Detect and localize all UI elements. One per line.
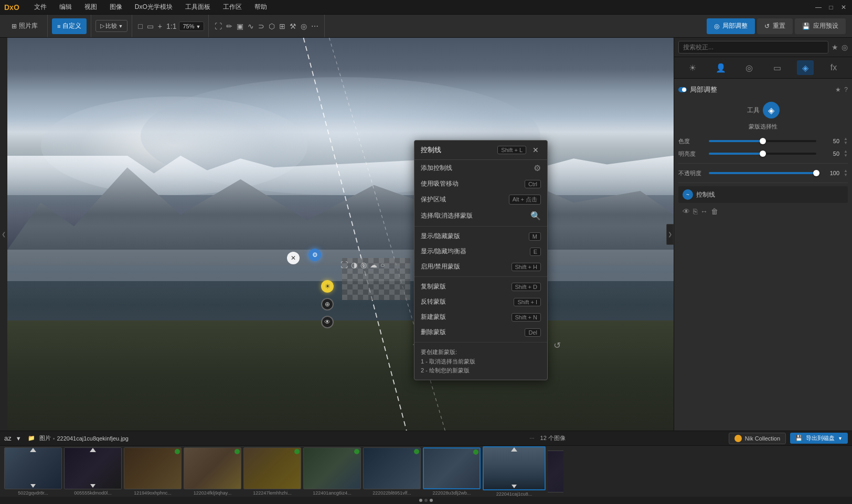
cm-protect-area[interactable]: 保护区域 Alt + 点击: [414, 191, 547, 208]
thumbnail-item-6[interactable]: 122401ancg6iz4...: [303, 447, 361, 496]
filter-circle-btn[interactable]: ◎: [741, 60, 758, 75]
grid-tool-icon[interactable]: ⊞: [278, 20, 287, 32]
photo-library-button[interactable]: ⊞ 照片库: [6, 18, 43, 34]
tool-circle-icon[interactable]: ◈: [763, 102, 780, 119]
section-help-icon[interactable]: ?: [844, 86, 848, 93]
thumbnail-item-10[interactable]: [548, 451, 563, 492]
repair-icon[interactable]: ⚒: [288, 20, 298, 32]
thumbnail-item-8[interactable]: 222028u3dlj2wb...: [423, 447, 481, 496]
crop-tool-icon[interactable]: □: [136, 20, 144, 32]
menu-help[interactable]: 帮助: [252, 2, 269, 13]
menu-optics[interactable]: DxO光学模块: [133, 2, 175, 13]
menu-edit[interactable]: 编辑: [57, 2, 74, 13]
left-panel-toggle[interactable]: ❮: [0, 38, 7, 431]
path-icon[interactable]: ∿: [246, 20, 255, 32]
filter-rect-btn[interactable]: ▭: [769, 60, 785, 75]
filter-active-btn[interactable]: ◈: [797, 60, 814, 75]
menu-file[interactable]: 文件: [32, 2, 49, 13]
opacity-thumb[interactable]: [813, 170, 819, 176]
zoom-percent-display[interactable]: 75% ▼: [179, 22, 204, 31]
footer-item-1: 1 - 取消选择当前蒙版: [421, 357, 541, 367]
close-button[interactable]: ✕: [839, 3, 848, 12]
reset-button[interactable]: ↺ 重置: [757, 18, 793, 34]
cl-eye-icon[interactable]: 👁: [683, 207, 690, 216]
mid-arrow-button[interactable]: ❯: [666, 224, 674, 245]
canvas-area[interactable]: ↺ ⛶ ◑ ◎ ☁ ○ ✕ ⚙ ☀ ⊕ 👁 控制线 Shift + L: [7, 38, 674, 431]
cl-copy-icon[interactable]: ⎘: [693, 207, 697, 216]
grid-icon: ⊞: [12, 23, 17, 30]
section-toggle[interactable]: [678, 87, 687, 92]
compare-button[interactable]: ▷ 比较 ▼: [95, 20, 127, 32]
cl-refresh-icon[interactable]: ↔: [700, 207, 708, 216]
thumbnail-item-1[interactable]: 5022gqvdr8r...: [4, 447, 62, 496]
more-tools-icon[interactable]: ⋯: [310, 20, 320, 32]
brightness-thumb[interactable]: [760, 151, 766, 157]
stamp-icon[interactable]: ▣: [235, 20, 245, 32]
cm-show-hide-equalizer[interactable]: 显示/隐藏均衡器 E: [414, 244, 547, 259]
customize-button[interactable]: ≡ 自定义: [52, 18, 87, 34]
control-point-plus[interactable]: ⊕: [321, 298, 334, 310]
sliders-icon: ≡: [57, 23, 60, 29]
filter-fx-btn[interactable]: fx: [825, 60, 842, 75]
menu-view[interactable]: 视图: [82, 2, 99, 13]
menu-workspace[interactable]: 工作区: [221, 2, 244, 13]
nik-collection-button[interactable]: Nik Collection: [729, 433, 786, 444]
brightness-arrows[interactable]: ▲▼: [844, 149, 848, 158]
apply-preset-button[interactable]: 💾 应用预设: [795, 18, 846, 34]
minimize-button[interactable]: —: [814, 3, 823, 12]
cm-invert-mask[interactable]: 反转蒙版 Shift + I: [414, 294, 547, 309]
polygon-icon[interactable]: ⬡: [267, 20, 276, 32]
thumbnail-item-2[interactable]: 005555kdmod0l...: [64, 447, 122, 496]
plus-tool-icon[interactable]: +: [156, 20, 164, 32]
cm-enable-disable-mask[interactable]: 启用/禁用蒙版 Shift + H: [414, 259, 547, 274]
filter-arrow-icon[interactable]: ▼: [16, 435, 22, 442]
section-star-icon[interactable]: ★: [835, 86, 841, 93]
thumb6-badge: [354, 449, 359, 454]
star-icon[interactable]: ★: [832, 43, 838, 51]
thumbnail-item-9[interactable]: 222041caj1cu8...: [483, 446, 546, 497]
eye-tool-icon[interactable]: ◎: [299, 20, 308, 32]
cm-select-mask[interactable]: 选择/取消选择蒙版 🔍: [414, 208, 547, 224]
thumbnail-item-7[interactable]: 222022bl8951vlf...: [363, 447, 421, 496]
local-adjust-button[interactable]: ◎ 局部调整: [707, 18, 755, 34]
cm-delete-mask[interactable]: 删除蒙版 Del: [414, 325, 547, 340]
thumbnail-item-4[interactable]: 122024fklj9qhay...: [184, 447, 241, 496]
search-input[interactable]: [678, 41, 828, 53]
cl-trash-icon[interactable]: 🗑: [711, 207, 718, 216]
cm-copy-mask[interactable]: 复制蒙版 Shift + D: [414, 279, 547, 294]
sort-icon[interactable]: az: [4, 434, 12, 442]
thumbnail-item-3[interactable]: 121949oxhphnc...: [124, 447, 182, 496]
cm-use-eyedropper[interactable]: 使用吸管移动 Ctrl: [414, 176, 547, 191]
menu-tools[interactable]: 工具面板: [183, 2, 212, 13]
cm-add-control-line[interactable]: 添加控制线 ⚙: [414, 160, 547, 176]
opacity-arrows[interactable]: ▲▼: [844, 169, 848, 177]
brightness-slider[interactable]: [709, 153, 816, 155]
chroma-slider[interactable]: [709, 140, 816, 142]
dot-1: [419, 499, 422, 502]
lasso-icon[interactable]: ⊃: [257, 20, 266, 32]
divider-3: [414, 342, 547, 342]
control-point-gear[interactable]: ⚙: [308, 249, 321, 261]
maximize-button[interactable]: □: [827, 3, 835, 12]
nik-label: Nik Collection: [745, 435, 780, 442]
eye-panel-icon[interactable]: ◎: [842, 43, 848, 51]
control-point-eye[interactable]: 👁: [321, 316, 334, 328]
crop-icon[interactable]: ⛶: [213, 20, 223, 32]
menu-image[interactable]: 图像: [108, 2, 124, 13]
export-button[interactable]: 💾 导出到磁盘 ▼: [790, 433, 848, 444]
chroma-thumb[interactable]: [760, 138, 766, 144]
thumbnail-item-5[interactable]: 122247lemhhzhi...: [243, 447, 301, 496]
context-menu-close-button[interactable]: ✕: [530, 145, 541, 155]
cm-show-hide-mask[interactable]: 显示/隐藏蒙版 M: [414, 229, 547, 244]
cm-new-mask[interactable]: 新建蒙版 Shift + N: [414, 309, 547, 325]
zoom-1-1-button[interactable]: 1:1: [165, 20, 178, 32]
opacity-slider[interactable]: [709, 172, 816, 174]
control-point-sun[interactable]: ☀: [321, 280, 334, 293]
local-adjust-label: 局部调整: [722, 22, 748, 30]
chroma-arrows[interactable]: ▲▼: [844, 137, 848, 145]
pen-icon[interactable]: ✏: [225, 20, 234, 32]
filter-person-btn[interactable]: 👤: [712, 60, 729, 75]
filter-sun-btn[interactable]: ☀: [684, 60, 701, 75]
rect-tool-icon[interactable]: ▭: [145, 20, 155, 32]
control-point-x[interactable]: ✕: [287, 252, 300, 264]
